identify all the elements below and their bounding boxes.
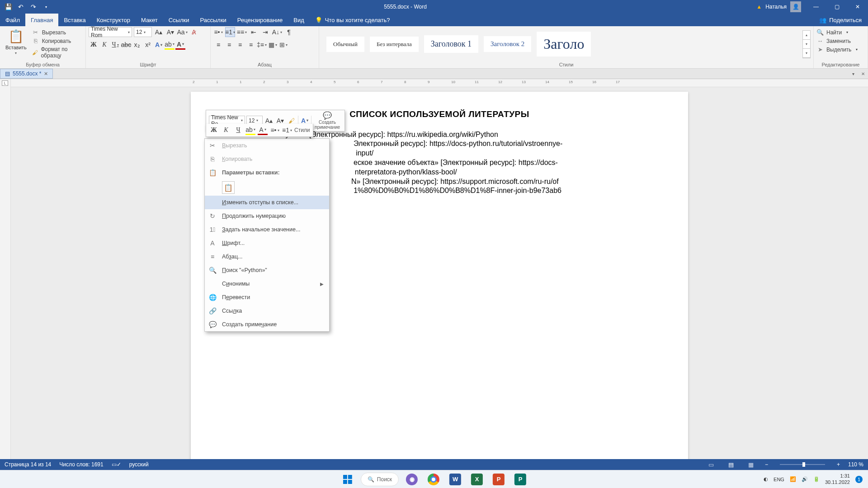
align-right-icon[interactable]: ≡ bbox=[235, 40, 245, 50]
ctx-link[interactable]: 🔗Ссылка bbox=[205, 304, 329, 318]
web-layout-icon[interactable]: ▦ bbox=[745, 460, 757, 469]
align-left-icon[interactable]: ≡ bbox=[213, 40, 223, 50]
style-normal[interactable]: Обычный bbox=[326, 37, 364, 52]
ctx-cut[interactable]: ✂Вырезать bbox=[205, 139, 329, 152]
shading-icon[interactable]: ▦ bbox=[268, 40, 278, 50]
dropdown-icon[interactable]: ▾ bbox=[803, 49, 810, 58]
font-color-icon[interactable]: A bbox=[175, 40, 185, 50]
taskbar-search[interactable]: 🔍Поиск bbox=[361, 473, 399, 486]
format-painter-button[interactable]: 🖌Формат по образцу bbox=[32, 46, 83, 59]
increase-indent-icon[interactable]: ⇥ bbox=[260, 27, 270, 37]
strikethrough-button[interactable]: abc bbox=[121, 40, 131, 50]
taskbar-app-excel[interactable]: X bbox=[468, 471, 486, 488]
style-no-spacing[interactable]: Без интервала bbox=[370, 37, 419, 52]
paste-keep-formatting-icon[interactable]: 📋 bbox=[222, 181, 235, 194]
tab-view[interactable]: Вид bbox=[288, 14, 310, 26]
taskbar-app-chat[interactable]: ◉ bbox=[403, 471, 420, 488]
font-name-combo[interactable]: Times New Rom▾ bbox=[89, 27, 132, 37]
tab-insert[interactable]: Вставка bbox=[58, 14, 91, 26]
maximize-button[interactable]: ▢ bbox=[826, 0, 847, 14]
paste-button[interactable]: 📋 Вставить ▾ bbox=[3, 27, 29, 57]
redo-icon[interactable]: ↷ bbox=[30, 3, 37, 10]
bold-button[interactable]: Ж bbox=[89, 40, 99, 50]
ctx-synonyms[interactable]: Синонимы▶ bbox=[205, 277, 329, 291]
chevron-down-icon[interactable]: ▾ bbox=[803, 40, 810, 49]
steam-icon[interactable]: ◐ bbox=[764, 476, 768, 482]
mini-styles-label[interactable]: Стили bbox=[294, 127, 310, 133]
shrink-font-icon[interactable]: A▾ bbox=[165, 27, 175, 37]
taskbar-app-chrome[interactable] bbox=[425, 471, 442, 488]
bullets-icon[interactable]: ≡• bbox=[213, 27, 223, 37]
mini-underline-button[interactable]: Ч bbox=[233, 125, 243, 135]
multilevel-list-icon[interactable]: ≡≡ bbox=[237, 27, 247, 37]
tab-references[interactable]: Ссылки bbox=[163, 14, 195, 26]
ctx-continue-numbering[interactable]: ↻Продолжить нумерацию bbox=[205, 209, 329, 223]
ctx-font[interactable]: AШрифт... bbox=[205, 236, 329, 250]
ctx-copy[interactable]: ⎘Копировать bbox=[205, 152, 329, 166]
print-layout-icon[interactable]: ▤ bbox=[725, 460, 737, 469]
superscript-button[interactable]: x² bbox=[143, 40, 153, 50]
minimize-button[interactable]: — bbox=[806, 0, 826, 14]
start-button[interactable] bbox=[339, 471, 356, 488]
mini-highlight-icon[interactable]: ab bbox=[245, 125, 255, 135]
mini-bold-button[interactable]: Ж bbox=[209, 125, 219, 135]
grow-font-icon[interactable]: A▴ bbox=[154, 27, 164, 37]
ctx-search[interactable]: 🔍Поиск "«Python»" bbox=[205, 263, 329, 277]
decrease-indent-icon[interactable]: ⇤ bbox=[249, 27, 259, 37]
sort-icon[interactable]: A↓ bbox=[272, 27, 282, 37]
zoom-slider[interactable] bbox=[780, 464, 825, 465]
tab-file[interactable]: Файл bbox=[0, 14, 25, 26]
tab-close-all-icon[interactable]: ✕ bbox=[858, 69, 868, 79]
notifications-icon[interactable]: 1 bbox=[855, 476, 863, 483]
tray-clock[interactable]: 1:31 30.11.2022 bbox=[825, 473, 850, 485]
mini-numbering-icon[interactable]: ≡1 bbox=[282, 125, 292, 135]
font-size-combo[interactable]: 12▾ bbox=[134, 27, 152, 37]
text-effects-icon[interactable]: A bbox=[154, 40, 164, 50]
zoom-out-icon[interactable]: − bbox=[765, 461, 768, 468]
zoom-in-icon[interactable]: + bbox=[837, 461, 840, 468]
close-button[interactable]: ✕ bbox=[847, 0, 868, 14]
zoom-level[interactable]: 110 % bbox=[848, 461, 863, 468]
style-heading2[interactable]: Заголовок 2 bbox=[484, 36, 531, 52]
mini-italic-button[interactable]: К bbox=[221, 125, 231, 135]
highlight-icon[interactable]: ab bbox=[165, 40, 175, 50]
user-avatar-icon[interactable]: 👤 bbox=[790, 1, 801, 12]
tab-design[interactable]: Конструктор bbox=[91, 14, 136, 26]
tab-mailings[interactable]: Рассылки bbox=[194, 14, 231, 26]
ctx-translate[interactable]: 🌐Перевести bbox=[205, 291, 329, 304]
undo-icon[interactable]: ↶ bbox=[17, 3, 24, 10]
tab-selector-icon[interactable]: L bbox=[2, 80, 8, 86]
share-button[interactable]: 👥 Поделиться bbox=[813, 14, 868, 26]
taskbar-app-powerpoint[interactable]: P bbox=[490, 471, 507, 488]
qat-customize-icon[interactable]: ▾ bbox=[42, 3, 50, 10]
document-tab[interactable]: ▤ 5555.docx * ✕ bbox=[0, 69, 53, 79]
page-scroll-area[interactable]: СПИСОК ИСПОЛЬЗУЕМОЙ ЛИТЕРАТУРЫ 1«Python»… bbox=[11, 87, 868, 470]
justify-icon[interactable]: ≡ bbox=[246, 40, 256, 50]
underline-button[interactable]: Ч bbox=[110, 40, 120, 50]
read-mode-icon[interactable]: ▭ bbox=[705, 460, 717, 469]
wifi-icon[interactable]: 📶 bbox=[790, 476, 796, 482]
tab-layout[interactable]: Макет bbox=[136, 14, 163, 26]
tab-home[interactable]: Главная bbox=[25, 14, 58, 26]
volume-icon[interactable]: 🔊 bbox=[802, 476, 808, 482]
borders-icon[interactable]: ⊞ bbox=[278, 40, 288, 50]
styles-gallery-scroller[interactable]: ▴ ▾ ▾ bbox=[802, 30, 811, 58]
show-marks-icon[interactable]: ¶ bbox=[284, 27, 294, 37]
style-heading1[interactable]: Заголовок 1 bbox=[424, 35, 478, 53]
line-spacing-icon[interactable]: ‡≡ bbox=[257, 40, 267, 50]
style-heading3[interactable]: Заголо bbox=[537, 32, 591, 56]
ctx-new-comment[interactable]: 💬Создать примечание bbox=[205, 318, 329, 331]
align-center-icon[interactable]: ≡ bbox=[224, 40, 234, 50]
tray-language[interactable]: ENG bbox=[774, 477, 784, 482]
clear-formatting-icon[interactable]: A̷ bbox=[189, 27, 199, 37]
find-button[interactable]: 🔍Найти▾ bbox=[816, 29, 858, 36]
change-case-icon[interactable]: Aa bbox=[177, 27, 187, 37]
numbering-icon[interactable]: ≡1 bbox=[225, 27, 235, 37]
save-icon[interactable]: 💾 bbox=[5, 3, 12, 10]
italic-button[interactable]: К bbox=[99, 40, 109, 50]
tab-review[interactable]: Рецензирование bbox=[232, 14, 288, 26]
tab-nav-icon[interactable]: ▾ bbox=[848, 69, 858, 79]
cut-button[interactable]: ✂Вырезать bbox=[32, 29, 83, 36]
mini-font-color-icon[interactable]: A bbox=[258, 125, 268, 135]
select-button[interactable]: ➤Выделить▾ bbox=[816, 46, 858, 53]
